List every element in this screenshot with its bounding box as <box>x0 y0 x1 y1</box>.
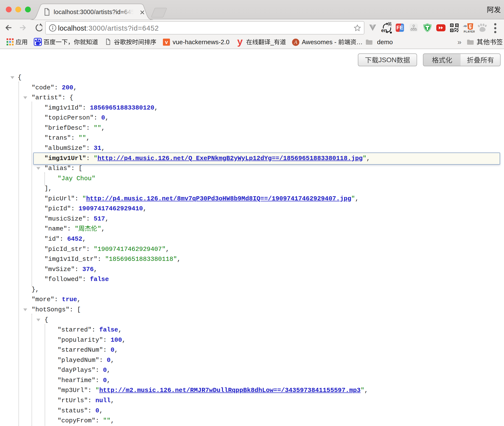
svg-text:PLAYER: PLAYER <box>464 30 475 33</box>
